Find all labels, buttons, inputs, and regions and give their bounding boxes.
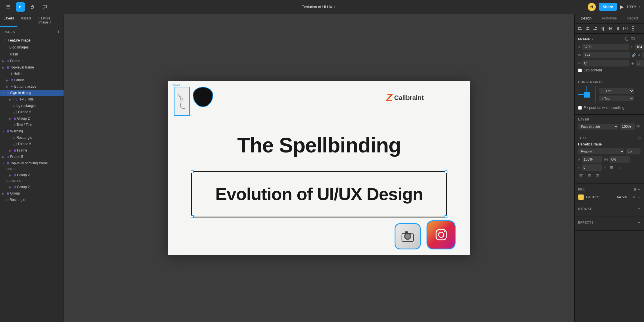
right-panel: Design Prototype Inspect [574, 14, 644, 322]
tab-layers[interactable]: Layers [0, 14, 17, 27]
layer-rectangle2[interactable]: □ Rectangle [0, 197, 64, 203]
svg-point-1 [405, 234, 410, 239]
add-page-button[interactable]: + [57, 29, 60, 35]
text-section-title: Text ⊞ [578, 136, 641, 140]
layer-bg-rectangle[interactable]: □ bg rectangle [0, 102, 64, 109]
comment-tool-button[interactable] [40, 2, 49, 12]
fix-position-row[interactable]: Fix position when scrolling [578, 106, 641, 110]
fill-color-value[interactable]: FACB25 [586, 195, 615, 199]
zoom-label[interactable]: 100% [627, 5, 636, 9]
remove-fill-button[interactable]: − [638, 195, 641, 199]
font-weight-select[interactable]: Regular Bold Medium [578, 148, 624, 154]
layer-hello[interactable]: T Hello [0, 71, 64, 77]
blend-mode-select[interactable]: Pass through Normal Multiply Screen Over… [578, 124, 618, 129]
doc-title[interactable]: Evolution of UI UX [301, 5, 332, 9]
add-stroke-button[interactable]: + [638, 206, 641, 211]
tab-prototype[interactable]: Prototype [598, 14, 621, 23]
frame-icon: ⊞ [6, 155, 9, 159]
align-bottom-button[interactable] [615, 25, 621, 32]
layer-group2c[interactable]: ▶ ⊞ Group 2 [0, 184, 64, 190]
distribute-h-button[interactable] [622, 25, 629, 32]
tab-assets[interactable]: Assets [17, 14, 35, 27]
fix-position-checkbox[interactable] [578, 106, 582, 110]
text-wrap-icon[interactable] [609, 165, 614, 170]
opacity-input[interactable] [620, 123, 635, 130]
layer-sign-in-dialog[interactable]: ▼ ⊞ Sign-in dialog [0, 90, 64, 96]
x-input[interactable] [582, 44, 629, 50]
text-align-left-button[interactable] [578, 172, 584, 179]
fill-visibility-button[interactable]: 👁 [632, 195, 636, 199]
text-align-right-button[interactable] [594, 172, 601, 179]
zoom-caret-icon[interactable]: ▾ [639, 6, 641, 8]
layer-ellipse5[interactable]: ◯ Ellipse 5 [0, 109, 64, 115]
hand-tool-button[interactable] [28, 2, 37, 12]
font-size-input[interactable] [626, 148, 641, 154]
text-scale-input[interactable] [582, 156, 602, 163]
page-item-blog-images[interactable]: Blog Images [0, 44, 64, 51]
fill-opacity-value[interactable]: 64.5% [617, 195, 630, 199]
distribute-v-button[interactable] [630, 25, 636, 32]
frame-prop-icons [625, 37, 641, 42]
layer-button-active[interactable]: ▶ ✦ Button / active [0, 83, 64, 90]
fill-options-icon[interactable]: ⊞ [634, 188, 637, 191]
layer-top-scroll[interactable]: ▼ ⊞ Top-level scrolling frame [0, 160, 64, 166]
canvas-area[interactable]: Cover Z Calibraint The Spellbinding [64, 14, 574, 322]
fill-color-swatch[interactable] [578, 194, 584, 200]
clip-content-checkbox[interactable] [578, 69, 582, 72]
align-middle-v-button[interactable] [607, 25, 614, 32]
layer-warning[interactable]: ▼ ⊞ Warning [0, 128, 64, 134]
h-input[interactable] [642, 52, 644, 58]
layer-frame5[interactable]: ▶ ⊞ Frame 5 [0, 154, 64, 160]
layer-rectangle[interactable]: □ Rectangle [0, 134, 64, 141]
layer-text-title2[interactable]: T Text / Title [0, 122, 64, 128]
menu-button[interactable]: ☰ [3, 2, 13, 12]
text-options-icon[interactable]: ⊞ [638, 136, 641, 140]
page-item-feature-image[interactable]: ✓ Feature Image [0, 37, 64, 44]
play-button[interactable]: ▶ [620, 4, 624, 10]
tab-design[interactable]: Design [575, 14, 598, 23]
resize-icon[interactable] [636, 37, 641, 42]
layer-group2b[interactable]: ▶ ⊞ Group 2 [0, 172, 64, 178]
title-dropdown-icon[interactable]: ▾ [334, 6, 335, 8]
letter-spacing-input[interactable] [609, 156, 630, 163]
layer-frame1[interactable]: ▶ ⊞ Frame 1 [0, 58, 64, 64]
tablet-icon[interactable] [631, 37, 635, 42]
h-constraint-select[interactable]: ← Left Right Left & Right Center Scale [599, 88, 634, 94]
layer-group2a[interactable]: ▶ ⊞ Group 2 [0, 115, 64, 122]
text-align-center-button[interactable] [586, 172, 593, 179]
canvas-selection-box[interactable]: Evolution of UI/UX Design [191, 171, 447, 217]
text-fixed-icon[interactable]: □ [616, 165, 621, 170]
text-label: Text [578, 136, 587, 140]
radius-input[interactable] [636, 60, 644, 66]
tab-inspect[interactable]: Inspect [621, 14, 644, 23]
w-input[interactable] [583, 52, 630, 58]
text-more-button[interactable]: ··· [602, 174, 605, 178]
layer-ellipse5b[interactable]: ◯ Ellipse 5 [0, 141, 64, 147]
layer-eye-icon[interactable]: 👁 [636, 124, 641, 129]
y-input[interactable] [635, 44, 644, 50]
page-item-trash[interactable]: Trash [0, 51, 64, 58]
share-button[interactable]: Share [599, 3, 617, 11]
layer-frame2[interactable]: ▶ ⊞ Frame [0, 147, 64, 154]
add-effect-button[interactable]: + [638, 220, 641, 225]
align-left-button[interactable] [577, 25, 583, 32]
tab-feature-image[interactable]: Feature Image ∧ [35, 14, 64, 27]
align-top-button[interactable] [600, 25, 606, 32]
mobile-icon[interactable] [625, 37, 629, 42]
line-height-input[interactable] [582, 164, 602, 171]
v-constraint-select[interactable]: ↑ Top Bottom Top & Bottom Center Scale [599, 96, 634, 101]
add-fill-button[interactable]: + [638, 187, 641, 192]
layer-labels[interactable]: ▶ ⊞ Labels [0, 77, 64, 83]
page-name: Feature Image [8, 38, 30, 42]
align-center-h-button[interactable] [584, 25, 591, 32]
rotation-input[interactable] [582, 60, 629, 66]
layer-group[interactable]: ▶ ⊞ Group [0, 190, 64, 197]
frame-dropdown[interactable]: Frame ▾ [578, 37, 593, 41]
layer-scrolls-label: SCROLLS [0, 178, 64, 184]
select-tool-button[interactable] [16, 2, 25, 12]
layer-text-title[interactable]: ▶ ◯ Text / Title [0, 96, 64, 102]
align-right-button[interactable] [592, 25, 598, 32]
layer-top-level-frame[interactable]: ▶ ⊞ Top-level frame [0, 64, 64, 71]
svg-point-4 [411, 233, 413, 235]
clip-row[interactable]: Clip content [578, 68, 641, 72]
